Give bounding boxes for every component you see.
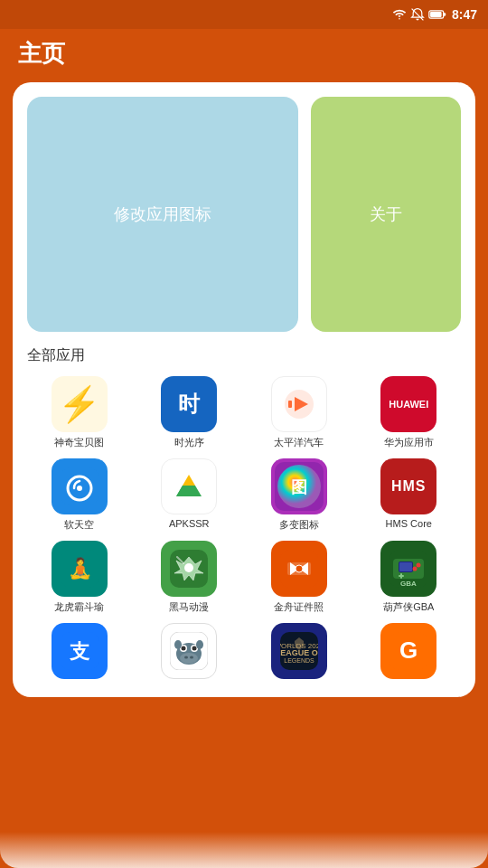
page-title: 主页 — [18, 40, 65, 67]
app-icon-zhifubao: 支 — [52, 623, 108, 679]
app-item-taiping[interactable]: 太平洋汽车 — [247, 376, 352, 449]
app-item-ruantian[interactable]: 软天空 — [27, 458, 132, 532]
app-item-duobian[interactable]: 图 多变图标 — [247, 458, 352, 532]
svg-text:LEGENDS: LEGENDS — [284, 657, 314, 664]
app-icon-apkssr — [161, 458, 217, 514]
svg-point-28 — [184, 563, 193, 572]
app-item-pikachu[interactable]: ⚡ 神奇宝贝图 — [27, 376, 132, 449]
section-title: 全部应用 — [27, 346, 461, 365]
app-label-heima: 黑马动漫 — [169, 600, 209, 614]
svg-text:支: 支 — [69, 640, 90, 663]
app-icon-ruantian — [52, 458, 108, 514]
app-icon-shiguang: 时 — [161, 376, 217, 432]
page-header: 主页 — [0, 29, 488, 82]
svg-rect-2 — [430, 12, 442, 17]
app-icon-grammarly: G — [380, 623, 436, 679]
app-label-hulusi: 葫芦侠GBA — [383, 600, 434, 614]
app-grid: ⚡ 神奇宝贝图 时 时光序 太平洋汽车 HUAWEI — [27, 376, 461, 683]
app-label-shiguang: 时光序 — [174, 436, 204, 449]
wifi-icon — [392, 8, 407, 21]
app-label-longhu: 龙虎霸斗瑜 — [54, 600, 104, 614]
app-label-jinshe: 金舟证件照 — [274, 600, 324, 614]
app-label-taiping: 太平洋汽车 — [274, 436, 324, 449]
svg-text:🧘: 🧘 — [67, 556, 92, 580]
app-icon-jinshe — [271, 541, 327, 597]
svg-rect-37 — [399, 562, 412, 571]
svg-point-53 — [190, 656, 193, 659]
app-icon-pikachu: ⚡ — [52, 376, 108, 432]
app-label-ruantian: 软天空 — [64, 518, 94, 532]
about-button[interactable]: 关于 — [311, 97, 461, 332]
svg-rect-6 — [288, 401, 292, 408]
notification-icon — [410, 7, 425, 22]
time-display: 8:47 — [452, 7, 477, 22]
app-label-hmscore: HMS Core — [386, 518, 432, 529]
top-buttons-row: 修改应用图标 关于 — [27, 97, 461, 332]
app-item-heima[interactable]: 黑马动漫 — [137, 541, 242, 614]
app-icon-hippo — [161, 623, 217, 679]
svg-point-50 — [182, 646, 186, 651]
svg-point-39 — [413, 567, 418, 571]
svg-rect-41 — [400, 573, 402, 579]
svg-rect-1 — [444, 13, 446, 15]
battery-icon — [428, 8, 446, 21]
svg-text:G: G — [399, 637, 418, 664]
app-item-hulusi[interactable]: GBA 葫芦侠GBA — [357, 541, 462, 614]
app-item-zhifubao[interactable]: 支 — [27, 623, 132, 683]
app-icon-hmscore: HMS — [380, 458, 436, 514]
app-item-hippo[interactable] — [137, 623, 242, 683]
svg-point-55 — [196, 640, 203, 649]
app-label-pikachu: 神奇宝贝图 — [54, 436, 104, 449]
svg-point-52 — [184, 656, 188, 659]
modify-icon-button[interactable]: 修改应用图标 — [27, 97, 298, 332]
scroll-fade — [0, 832, 488, 868]
app-item-longhu[interactable]: 🧘 龙虎霸斗瑜 — [27, 541, 132, 614]
app-label-duobian: 多变图标 — [279, 518, 319, 532]
app-label-huawei: 华为应用市 — [384, 436, 434, 449]
app-icon-taiping — [271, 376, 327, 432]
status-bar: 8:47 — [0, 0, 488, 29]
app-item-lol[interactable]: LEAGUE OF LEGENDS WORLDS 2021 — [247, 623, 352, 683]
svg-point-8 — [77, 486, 82, 491]
app-item-apkssr[interactable]: APKSSR — [137, 458, 242, 532]
svg-text:图: 图 — [291, 478, 307, 496]
app-item-huawei[interactable]: HUAWEI 华为应用市 — [357, 376, 462, 449]
app-item-grammarly[interactable]: G — [357, 623, 462, 683]
svg-point-51 — [192, 646, 197, 651]
app-icon-duobian: 图 — [271, 458, 327, 514]
svg-text:GBA: GBA — [400, 580, 417, 588]
main-card: 修改应用图标 关于 全部应用 ⚡ 神奇宝贝图 时 时光序 — [13, 82, 475, 697]
app-item-hmscore[interactable]: HMS HMS Core — [357, 458, 462, 532]
app-item-jinshe[interactable]: 金舟证件照 — [247, 541, 352, 614]
svg-point-54 — [174, 640, 182, 649]
svg-point-47 — [180, 653, 198, 664]
app-item-shiguang[interactable]: 时 时光序 — [137, 376, 242, 449]
app-icon-heima — [161, 541, 217, 597]
app-icon-huawei: HUAWEI — [380, 376, 436, 432]
app-icon-hulusi: GBA — [380, 541, 436, 597]
app-icon-longhu: 🧘 — [52, 541, 108, 597]
app-icon-lol: LEAGUE OF LEGENDS WORLDS 2021 — [271, 623, 327, 679]
status-icons — [392, 7, 446, 22]
app-label-apkssr: APKSSR — [169, 518, 210, 529]
svg-point-38 — [417, 563, 421, 568]
svg-point-33 — [296, 565, 303, 572]
